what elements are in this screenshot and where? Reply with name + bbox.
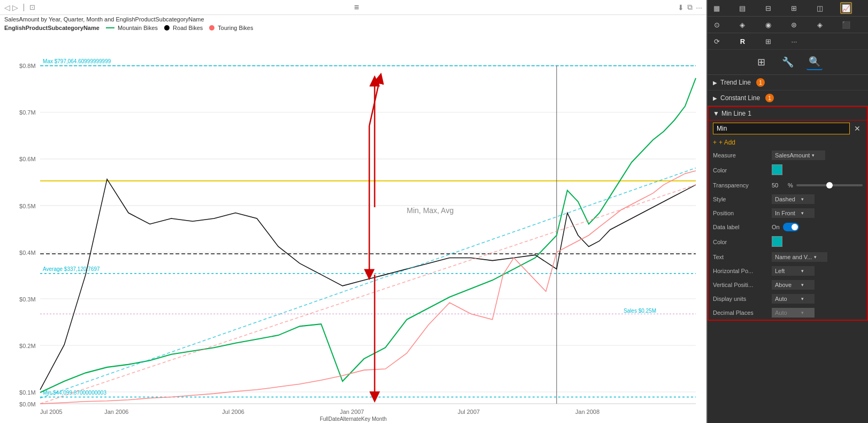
download-icon[interactable]: ⬇	[678, 3, 684, 12]
chart-icon-12[interactable]: ⬛	[840, 19, 852, 31]
chart-icon-15[interactable]: ⊞	[763, 35, 774, 47]
section-min-line: ▼ Min Line 1 ✕ + + Add Measure SalesAmou…	[708, 106, 868, 321]
section-trend-line[interactable]: ▶ Trend Line 1	[708, 75, 868, 90]
svg-text:Min $44,099.87000000003: Min $44,099.87000000003	[43, 390, 106, 396]
color-swatch-1[interactable]	[772, 164, 782, 175]
display-units-value: Auto	[772, 294, 863, 304]
prop-text: Text Name and V...	[709, 250, 867, 264]
trend-line-badge: 1	[756, 78, 765, 87]
decimal-places-dropdown: Auto	[772, 308, 815, 318]
decimal-places-value: Auto	[772, 308, 863, 318]
chart-icon-11[interactable]: ◈	[814, 19, 826, 31]
vert-pos-dropdown[interactable]: Above	[772, 280, 815, 290]
measure-label: Measure	[713, 152, 772, 158]
chart-icon-more[interactable]: ···	[788, 35, 800, 47]
prop-display-units: Display units Auto	[709, 292, 867, 306]
text-dropdown[interactable]: Name and V...	[772, 252, 827, 262]
display-units-dropdown[interactable]: Auto	[772, 294, 815, 304]
data-label-switch[interactable]	[783, 223, 799, 231]
chart-legend: EnglishProductSubcategoryName Mountain B…	[0, 24, 706, 33]
position-value: In Front	[772, 208, 863, 218]
svg-text:Jul 2007: Jul 2007	[458, 409, 480, 415]
right-panel-scroll[interactable]: ▶ Trend Line 1 ▶ Constant Line 1 ▼ Min L…	[708, 75, 868, 423]
transparency-controls: 50 %	[772, 182, 863, 188]
svg-text:$0.5M: $0.5M	[19, 203, 36, 209]
svg-text:Min, Max, Avg: Min, Max, Avg	[407, 206, 454, 214]
text-label: Text	[713, 254, 772, 260]
chart-icon-5[interactable]: ◫	[814, 2, 826, 14]
constant-line-label: Constant Line	[720, 94, 760, 102]
svg-text:Jan 2008: Jan 2008	[575, 409, 600, 415]
prop-data-label: Data label On	[709, 220, 867, 234]
toggle-knob	[792, 224, 798, 230]
chart-icon-10[interactable]: ⊛	[788, 19, 800, 31]
display-units-label: Display units	[713, 296, 772, 302]
chart-icon-4[interactable]: ⊞	[788, 2, 800, 14]
chart-title: SalesAmount by Year, Quarter, Month and …	[0, 15, 706, 24]
chart-area: ◁ ▷ ⊡ ≡ ⬇ ⧉ ··· SalesAmount by Year, Qua…	[0, 0, 708, 423]
svg-line-29	[40, 185, 696, 404]
chart-icon-13[interactable]: ⟳	[711, 35, 723, 47]
expand-icon[interactable]: ⧉	[687, 3, 693, 12]
chart-icon-9[interactable]: ◉	[763, 19, 774, 31]
style-dropdown[interactable]: Dashed	[772, 194, 815, 204]
toolbar-left: ◁ ▷ ⊡	[4, 3, 35, 12]
svg-text:$0.7M: $0.7M	[19, 109, 36, 116]
svg-text:Jul 2005: Jul 2005	[40, 409, 63, 415]
add-button[interactable]: + + Add	[709, 137, 867, 148]
chevron-min: ▼	[713, 110, 719, 117]
prop-horiz-pos: Horizontal Po... Left	[709, 264, 867, 278]
chart-icon-7[interactable]: ⊙	[711, 19, 723, 31]
prop-transparency: Transparency 50 %	[709, 178, 867, 192]
chart-icon-1[interactable]: ▦	[711, 2, 723, 14]
legend-label-touring: Touring Bikes	[218, 25, 253, 31]
chart-icon-r[interactable]: R	[736, 35, 748, 47]
svg-text:$0.2M: $0.2M	[19, 343, 36, 349]
more-icon[interactable]: ···	[696, 3, 702, 12]
maximize-icon[interactable]: ⊡	[29, 3, 35, 11]
panel-tabs: ⊞ 🔧 🔍	[708, 50, 868, 75]
transparency-value: 50	[772, 182, 785, 188]
chart-icon-8[interactable]: ◈	[736, 19, 748, 31]
svg-text:$0.3M: $0.3M	[19, 296, 36, 303]
legend-dot-touring	[209, 25, 214, 31]
tab-format[interactable]: 🔧	[780, 54, 796, 70]
min-line-header[interactable]: ▼ Min Line 1	[709, 107, 867, 120]
transparency-slider[interactable]	[796, 184, 863, 186]
tab-fields[interactable]: ⊞	[753, 54, 769, 70]
chevron-trend: ▶	[713, 80, 717, 86]
data-label-toggle: On	[772, 223, 863, 231]
forward-icon[interactable]: ▷	[12, 3, 18, 12]
svg-text:$0.1M: $0.1M	[19, 389, 36, 396]
measure-dropdown[interactable]: SalesAmount	[772, 150, 825, 160]
svg-text:Jan 2007: Jan 2007	[340, 409, 364, 415]
horiz-pos-label: Horizontal Po...	[713, 268, 772, 274]
min-name-close[interactable]: ✕	[852, 123, 863, 134]
trend-line-label: Trend Line	[720, 79, 751, 86]
back-icon[interactable]: ◁	[4, 3, 10, 12]
color-swatch-2[interactable]	[772, 236, 782, 247]
decimal-places-label: Decimal Places	[713, 309, 772, 316]
color2-value	[772, 236, 863, 248]
tab-analytics[interactable]: 🔍	[806, 54, 823, 70]
transparency-pct: %	[788, 182, 793, 188]
svg-text:$0.4M: $0.4M	[19, 250, 36, 256]
style-value: Dashed	[772, 194, 863, 204]
horiz-pos-dropdown[interactable]: Left	[772, 266, 815, 276]
chevron-constant: ▶	[713, 95, 717, 101]
color-label: Color	[713, 167, 772, 173]
transparency-label: Transparency	[713, 182, 772, 188]
chart-icon-6[interactable]: 📈	[840, 2, 852, 14]
position-dropdown[interactable]: In Front	[772, 208, 815, 218]
chart-icon-2[interactable]: ▤	[736, 2, 748, 14]
chart-canvas[interactable]: .grid-line { stroke: #e8e8e8; stroke-wid…	[0, 33, 706, 415]
style-label: Style	[713, 196, 772, 202]
min-name-input[interactable]	[713, 123, 850, 134]
hamburger-menu[interactable]: ≡	[354, 3, 359, 12]
svg-text:Sales $0.25M: Sales $0.25M	[624, 308, 656, 314]
slider-thumb[interactable]	[826, 182, 833, 188]
panel-icon-row-1: ▦ ▤ ⊟ ⊞ ◫ 📈	[708, 0, 868, 17]
prop-color: Color	[709, 162, 867, 178]
section-constant-line[interactable]: ▶ Constant Line 1	[708, 90, 868, 106]
chart-icon-3[interactable]: ⊟	[763, 2, 774, 14]
